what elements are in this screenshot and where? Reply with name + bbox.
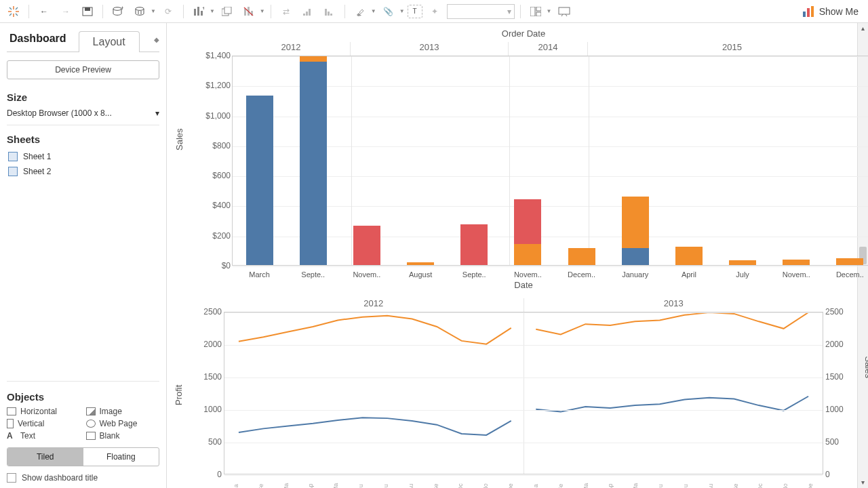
- horizontal-icon: [7, 407, 16, 415]
- chart-a-title: Order Date: [171, 28, 868, 39]
- bar[interactable]: January: [622, 197, 649, 265]
- x-tick: April: [669, 270, 709, 279]
- bar[interactable]: Decem..: [568, 248, 595, 265]
- bar[interactable]: July: [729, 260, 756, 265]
- chart-a-xaxis-label: Date: [171, 280, 868, 290]
- line-chart[interactable]: Profit Sales 2012 2013 05001000150020002…: [171, 290, 868, 487]
- svg-rect-37: [803, 12, 806, 17]
- svg-rect-39: [811, 6, 814, 17]
- save-icon[interactable]: [78, 2, 97, 21]
- x-tick: August: [400, 270, 441, 279]
- bar[interactable]: March: [246, 96, 273, 265]
- sheet-label: Sheet 1: [23, 152, 51, 161]
- attach-icon[interactable]: 📎: [379, 2, 398, 21]
- presentation-icon[interactable]: [555, 2, 574, 21]
- new-datasource-icon[interactable]: +: [108, 2, 127, 21]
- x-tick: Decem..: [829, 270, 868, 279]
- objects-title: Objects: [7, 391, 159, 403]
- tiled-floating-toggle[interactable]: Tiled Floating: [7, 447, 159, 466]
- object-blank[interactable]: Blank: [86, 431, 160, 441]
- floating-option[interactable]: Floating: [83, 448, 159, 466]
- text-label-icon[interactable]: T: [408, 5, 422, 18]
- object-image[interactable]: Image: [86, 407, 160, 416]
- bar[interactable]: Novem..: [353, 226, 380, 265]
- pause-data-icon[interactable]: [130, 2, 149, 21]
- cards-icon[interactable]: [526, 2, 545, 21]
- object-horizontal[interactable]: Horizontal: [7, 407, 81, 416]
- back-icon[interactable]: ←: [35, 2, 54, 21]
- sheet-item-1[interactable]: Sheet 1: [7, 149, 159, 164]
- size-dropdown[interactable]: Desktop Browser (1000 x 8... ▾: [7, 107, 159, 125]
- bar[interactable]: Novem..: [783, 260, 810, 265]
- worksheet-icon: [8, 152, 18, 161]
- refresh-icon[interactable]: ⟳: [159, 2, 178, 21]
- svg-rect-15: [194, 9, 196, 16]
- forward-icon[interactable]: →: [56, 2, 75, 21]
- chart-a-yaxis-label: Sales: [174, 128, 184, 150]
- svg-line-5: [16, 14, 18, 16]
- object-webpage[interactable]: Web Page: [86, 419, 160, 428]
- device-preview-button[interactable]: Device Preview: [7, 60, 159, 79]
- highlight-icon[interactable]: [351, 2, 370, 21]
- y-tick: 0: [217, 470, 222, 479]
- x-tick: Decem..: [561, 270, 602, 279]
- swap-icon[interactable]: ⇄: [277, 2, 296, 21]
- bar[interactable]: August: [407, 262, 434, 265]
- sort-asc-icon[interactable]: [298, 2, 317, 21]
- bar[interactable]: Septe..: [300, 56, 327, 265]
- y-tick: 1000: [203, 405, 222, 414]
- y-tick: 2500: [203, 307, 222, 317]
- svg-rect-26: [306, 12, 308, 16]
- sheet-item-2[interactable]: Sheet 2: [7, 164, 159, 179]
- pin-icon[interactable]: ✦: [425, 2, 444, 21]
- y-tick: $800: [190, 141, 231, 150]
- show-title-checkbox[interactable]: Show dashboard title: [7, 473, 159, 488]
- x-tick: Novem..: [507, 270, 548, 279]
- svg-rect-9: [85, 7, 90, 11]
- svg-rect-32: [536, 7, 541, 11]
- y-tick: $0: [190, 261, 231, 270]
- show-me-icon: [803, 6, 815, 17]
- fit-dropdown[interactable]: ▾: [447, 4, 515, 19]
- new-worksheet-icon[interactable]: +: [189, 2, 208, 21]
- checkbox-icon: [7, 473, 16, 483]
- chart-b-year-headers: 2012 2013: [224, 298, 823, 312]
- svg-rect-38: [807, 8, 810, 17]
- blank-icon: [86, 432, 96, 440]
- bar[interactable]: Septe..: [460, 224, 488, 265]
- bar-chart[interactable]: Order Date Sales 2012 2013 2014 2015 $0$…: [171, 28, 868, 290]
- show-me-button[interactable]: Show Me: [797, 6, 864, 17]
- svg-rect-27: [309, 9, 311, 16]
- chart-a-year-headers: 2012 2013 2014 2015: [232, 42, 868, 56]
- y-tick: $1,000: [190, 111, 231, 121]
- svg-line-4: [9, 7, 12, 9]
- svg-rect-21: [244, 9, 246, 16]
- tiled-option[interactable]: Tiled: [7, 448, 83, 466]
- chevron-down-icon: ▾: [155, 108, 159, 118]
- pin-sidebar-icon[interactable]: ◆: [154, 36, 159, 43]
- logo-icon[interactable]: [4, 2, 23, 21]
- chart-b-plot[interactable]: [224, 312, 823, 474]
- y-tick: $600: [190, 171, 231, 180]
- object-text[interactable]: AText: [7, 431, 81, 441]
- svg-rect-29: [328, 12, 330, 16]
- object-vertical[interactable]: Vertical: [7, 419, 81, 428]
- svg-point-12: [136, 7, 144, 10]
- svg-text:+: +: [202, 7, 204, 12]
- sort-desc-icon[interactable]: [320, 2, 339, 21]
- svg-line-6: [16, 7, 18, 9]
- duplicate-icon[interactable]: [218, 2, 237, 21]
- tab-layout[interactable]: Layout: [79, 31, 140, 52]
- dashboard-canvas[interactable]: ▴ ▾ Order Date Sales 2012 2013 2014 2015…: [167, 23, 868, 488]
- chart-a-plot[interactable]: MarchSepte..Novem..AugustSepte..Novem..D…: [232, 56, 868, 266]
- toolbar: ← → + ▼ ⟳ +▼ ▼ ⇄ ▼ 📎▼ T ✦ ▾ ▼ Show Me: [0, 0, 868, 23]
- x-tick: Septe..: [454, 270, 494, 279]
- svg-text:+: +: [121, 6, 123, 12]
- show-me-label: Show Me: [819, 6, 859, 17]
- bar[interactable]: Novem..: [514, 199, 541, 265]
- bar[interactable]: Decem..: [836, 258, 863, 265]
- bar[interactable]: April: [675, 247, 703, 265]
- clear-icon[interactable]: [239, 2, 258, 21]
- svg-rect-20: [224, 7, 231, 14]
- tab-dashboard[interactable]: Dashboard: [7, 27, 73, 52]
